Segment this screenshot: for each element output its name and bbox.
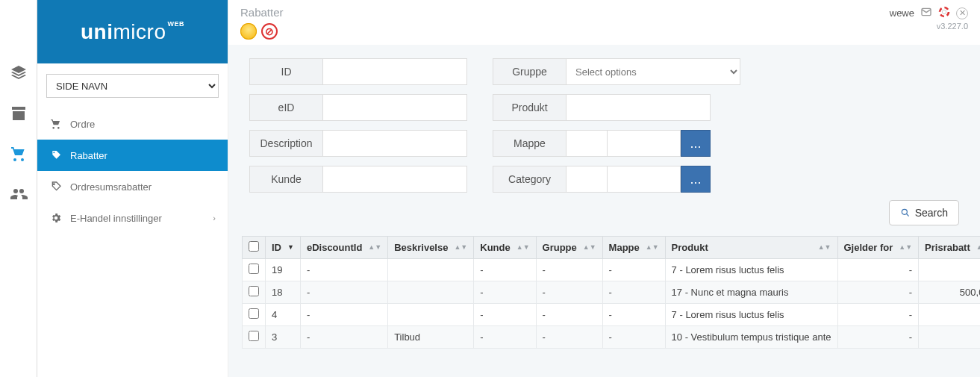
cell-prisrabatt: -: [919, 259, 980, 281]
rail-archive-icon[interactable]: [9, 104, 28, 123]
sidebar-item-ordresum[interactable]: Ordresumsrabatter: [37, 171, 228, 202]
row-checkbox[interactable]: [249, 308, 259, 319]
icon-rail: [0, 0, 37, 377]
col-gjelder[interactable]: Gjelder for▲▼: [837, 237, 919, 259]
close-icon[interactable]: ✕: [956, 7, 968, 19]
search-icon: [900, 208, 911, 218]
cell-ediscount: -: [300, 304, 387, 326]
page-title: Rabatter: [240, 6, 284, 19]
chevron-right-icon: ›: [213, 214, 216, 222]
kunde-label: Kunde: [249, 166, 322, 193]
col-gruppe[interactable]: Gruppe▲▼: [536, 237, 602, 259]
cell-id: 3: [266, 326, 301, 349]
sidebar-item-ehandel[interactable]: E-Handel innstillinger ›: [37, 202, 228, 234]
col-id[interactable]: ID▼: [266, 237, 301, 259]
col-produkt[interactable]: Produkt▲▼: [665, 237, 837, 259]
logo-part1: uni: [81, 20, 113, 43]
cell-produkt: 7 - Lorem risus luctus felis: [665, 304, 837, 326]
eid-label: eID: [249, 94, 322, 121]
eid-input[interactable]: [322, 94, 467, 121]
svg-point-4: [902, 209, 907, 214]
gruppe-select[interactable]: Select options: [566, 58, 740, 85]
filter-form: ID eID Description Kunde Gruppe Select o…: [228, 45, 980, 200]
results-table: ID▼ eDiscountId▲▼ Beskrivelse▲▼ Kunde▲▼ …: [228, 236, 980, 362]
cell-beskrivelse: Tilbud: [388, 326, 474, 349]
mail-icon[interactable]: [920, 6, 932, 20]
logo: unimicroWEB: [37, 0, 228, 63]
col-mappe[interactable]: Mappe▲▼: [602, 237, 665, 259]
row-checkbox[interactable]: [249, 331, 259, 341]
cell-id: 4: [266, 304, 301, 326]
sidebar-item-label: Ordresumsrabatter: [70, 181, 152, 193]
mappe-name-display: [608, 130, 681, 157]
sidebar-item-label: Ordre: [70, 119, 95, 130]
user-area: wewe ✕: [890, 6, 968, 20]
cell-kunde: -: [474, 281, 536, 304]
sidebar-item-label: E-Handel innstillinger: [70, 213, 162, 224]
sidebar-item-rabatter[interactable]: Rabatter: [37, 140, 228, 171]
rail-cart-icon[interactable]: [9, 144, 28, 163]
kunde-input[interactable]: [322, 166, 467, 193]
cancel-button[interactable]: ⊘: [261, 23, 278, 40]
cell-beskrivelse: [388, 304, 474, 326]
cell-beskrivelse: [388, 259, 474, 281]
col-kunde[interactable]: Kunde▲▼: [474, 237, 536, 259]
description-label: Description: [249, 130, 322, 157]
sidebar-item-ordre[interactable]: Ordre: [37, 108, 228, 140]
mappe-browse-button[interactable]: ...: [681, 130, 711, 157]
cell-kunde: -: [474, 326, 536, 349]
category-name-display: [608, 166, 681, 193]
mappe-id-input[interactable]: [566, 130, 608, 157]
search-button[interactable]: Search: [889, 200, 959, 225]
cell-ediscount: -: [300, 281, 387, 304]
username: wewe: [890, 7, 914, 19]
sidebar: unimicroWEB SIDE NAVN Ordre Rabatter Ord…: [37, 0, 228, 377]
table-row[interactable]: 18----17 - Nunc et magna mauris-500,0050…: [243, 281, 981, 304]
row-checkbox[interactable]: [249, 264, 259, 274]
search-button-label: Search: [915, 207, 948, 219]
lifebuoy-icon[interactable]: [938, 6, 950, 20]
cell-gjelder: -: [837, 281, 919, 304]
tag-outline-icon: [49, 180, 63, 193]
table-row[interactable]: 19----7 - Lorem risus luctus felis--15,0…: [243, 259, 981, 281]
cart-icon: [49, 117, 63, 131]
col-beskrivelse[interactable]: Beskrivelse▲▼: [388, 237, 474, 259]
topbar: Rabatter ⊘ wewe ✕ v3.227.0: [228, 0, 980, 45]
id-label: ID: [249, 58, 322, 85]
gruppe-label: Gruppe: [493, 58, 566, 85]
gear-icon: [49, 211, 63, 225]
version-label: v3.227.0: [937, 22, 968, 31]
rail-stack-icon[interactable]: [9, 63, 28, 83]
category-label: Category: [493, 166, 566, 193]
logo-suffix: WEB: [167, 20, 184, 28]
category-id-input[interactable]: [566, 166, 608, 193]
table-row[interactable]: 4----7 - Lorem risus luctus felis--10,00: [243, 304, 981, 326]
category-browse-button[interactable]: ...: [681, 166, 711, 193]
id-input[interactable]: [322, 58, 467, 85]
row-checkbox[interactable]: [249, 286, 259, 296]
produkt-input[interactable]: [566, 94, 711, 121]
cell-kunde: -: [474, 304, 536, 326]
cell-produkt: 17 - Nunc et magna mauris: [665, 281, 837, 304]
cell-beskrivelse: [388, 281, 474, 304]
cell-produkt: 10 - Vestibulum tempus tristique ante: [665, 326, 837, 349]
col-prisrabatt[interactable]: Prisrabatt▲▼: [919, 237, 980, 259]
cell-gjelder: -: [837, 259, 919, 281]
table-row[interactable]: 3-Tilbud---10 - Vestibulum tempus tristi…: [243, 326, 981, 349]
rail-users-icon[interactable]: [9, 184, 28, 204]
cell-gruppe: -: [536, 281, 602, 304]
sidebar-item-label: Rabatter: [70, 150, 107, 161]
tag-icon: [49, 149, 63, 162]
sidebar-nav: Ordre Rabatter Ordresumsrabatter E-Hande…: [37, 108, 228, 234]
mappe-label: Mappe: [493, 130, 566, 157]
col-ediscount[interactable]: eDiscountId▲▼: [300, 237, 387, 259]
cell-mappe: -: [602, 259, 665, 281]
description-input[interactable]: [322, 130, 467, 157]
select-all-checkbox[interactable]: [249, 241, 259, 252]
new-button[interactable]: [240, 23, 257, 40]
logo-part2: micro: [113, 20, 166, 43]
cell-gjelder: -: [837, 304, 919, 326]
page-name-select[interactable]: SIDE NAVN: [46, 74, 219, 98]
svg-point-3: [942, 10, 946, 13]
cell-produkt: 7 - Lorem risus luctus felis: [665, 259, 837, 281]
